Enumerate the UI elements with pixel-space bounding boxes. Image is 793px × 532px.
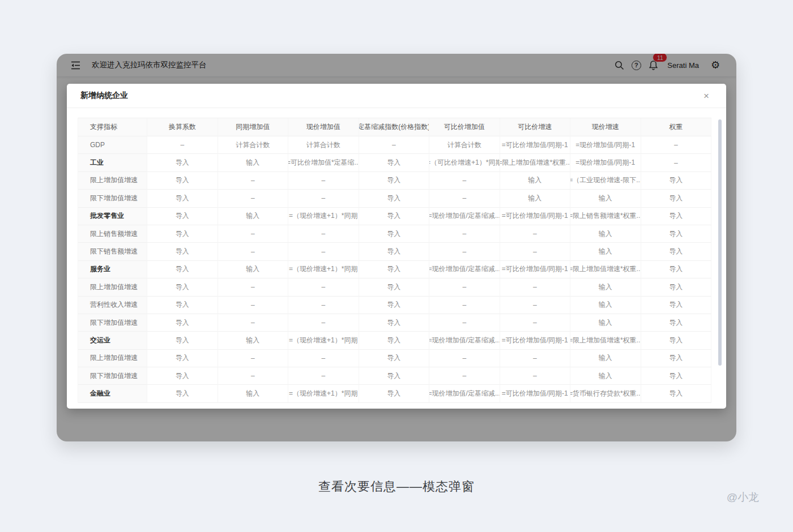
value-cell: – <box>218 172 289 190</box>
table-row: 限下增加值增速导入––导入––输入导入 <box>78 314 711 332</box>
value-cell: 导入 <box>147 314 218 332</box>
modal-header: 新增纳统企业 × <box>67 84 726 108</box>
value-cell: 导入 <box>641 208 712 225</box>
value-cell: =（工业现价增速-限下... <box>570 172 641 190</box>
column-header: 可比价增速 <box>500 118 571 136</box>
table-row: 限上增加值增速导入––导入––输入导入 <box>78 278 711 296</box>
value-cell: =可比价增加值/同期-1 <box>500 208 571 225</box>
indicator-cell: 工业 <box>78 154 147 171</box>
value-cell: 导入 <box>359 208 430 225</box>
column-header: 可比价增加值 <box>429 118 500 136</box>
indicator-cell: 交运业 <box>78 332 147 349</box>
value-cell: 计算合计数 <box>218 136 289 154</box>
value-cell: 导入 <box>641 385 712 402</box>
column-header: 同期增加值 <box>218 118 289 136</box>
value-cell: =（现价增速+1）*同期 <box>288 208 359 225</box>
value-cell: 导入 <box>359 225 430 243</box>
table-row: 交运业导入输入=（现价增速+1）*同期导入=现价增加值/定基缩减...=可比价增… <box>78 332 711 349</box>
value-cell: =限上销售额增速*权重... <box>570 208 641 225</box>
value-cell: – <box>288 172 359 190</box>
value-cell: – <box>500 350 571 367</box>
value-cell: 导入 <box>147 261 218 278</box>
table-row: 限上增加值增速导入––导入–输入=（工业现价增速-限下...导入 <box>78 172 711 190</box>
value-cell: =可比价增加值/同期-1 <box>500 385 571 402</box>
value-cell: – <box>218 225 289 243</box>
value-cell: 导入 <box>359 154 430 171</box>
indicator-cell: 限上增加值增速 <box>78 278 147 296</box>
value-cell: 导入 <box>147 154 218 171</box>
table-row: 限上销售额增速导入––导入––输入导入 <box>78 225 711 243</box>
value-cell: 导入 <box>147 385 218 402</box>
value-cell: – <box>288 243 359 260</box>
table-row: 限下增加值增速导入––导入––输入导入 <box>78 367 711 385</box>
value-cell: – <box>288 367 359 385</box>
column-header: 现价增速 <box>570 118 641 136</box>
value-cell: 输入 <box>218 154 289 171</box>
value-cell: 输入 <box>570 314 641 332</box>
value-cell: 导入 <box>147 243 218 260</box>
value-cell: 导入 <box>641 297 712 314</box>
author-watermark: @小龙 <box>727 490 759 505</box>
value-cell: – <box>218 367 289 385</box>
modal-title: 新增纳统企业 <box>80 91 128 101</box>
value-cell: – <box>218 350 289 367</box>
value-cell: =现价增加值/定基缩减... <box>429 385 500 402</box>
value-cell: 输入 <box>500 172 571 190</box>
value-cell: – <box>288 278 359 296</box>
value-cell: 输入 <box>570 367 641 385</box>
table-row: 服务业导入输入=（现价增速+1）*同期导入=现价增加值/定基缩减...=可比价增… <box>78 261 711 278</box>
value-cell: – <box>288 225 359 243</box>
value-cell: 导入 <box>641 225 712 243</box>
value-cell: 导入 <box>147 190 218 207</box>
vertical-scrollbar-thumb[interactable] <box>718 119 722 366</box>
value-cell: – <box>218 278 289 296</box>
value-cell: 输入 <box>570 350 641 367</box>
column-header: 支撑指标 <box>78 118 147 136</box>
modal-body: 支撑指标换算系数同期增加值现价增加值定基缩减指数(价格指数)可比价增加值可比价增… <box>67 108 726 410</box>
value-cell: 导入 <box>147 367 218 385</box>
value-cell: 导入 <box>641 190 712 207</box>
indicator-cell: 限下增加值增速 <box>78 367 147 385</box>
value-cell: 导入 <box>641 278 712 296</box>
value-cell: – <box>359 136 430 154</box>
value-cell: 导入 <box>147 278 218 296</box>
value-cell: 导入 <box>359 190 430 207</box>
column-header: 权重 <box>641 118 712 136</box>
table-row: 工业导入输入=可比价增加值*定基缩...导入=（可比价增速+1）*同期=限上增加… <box>78 154 711 171</box>
table-row: 营利性收入增速导入––导入––输入导入 <box>78 297 711 314</box>
value-cell: 导入 <box>641 350 712 367</box>
value-cell: =限上增加值增速*权重... <box>570 332 641 349</box>
value-cell: =现价增加值/同期-1 <box>570 154 641 171</box>
value-cell: 输入 <box>570 243 641 260</box>
value-cell: =（可比价增速+1）*同期 <box>429 154 500 171</box>
table-row: 限下销售额增速导入––导入––输入导入 <box>78 243 711 260</box>
value-cell: =现价增加值/定基缩减... <box>429 261 500 278</box>
value-cell: 导入 <box>147 332 218 349</box>
value-cell: – <box>500 314 571 332</box>
value-cell: 输入 <box>218 208 289 225</box>
value-cell: – <box>500 243 571 260</box>
value-cell: 输入 <box>570 278 641 296</box>
column-header: 现价增加值 <box>288 118 359 136</box>
indicator-cell: 服务业 <box>78 261 147 278</box>
value-cell: 导入 <box>359 243 430 260</box>
value-cell: 导入 <box>359 367 430 385</box>
close-icon[interactable]: × <box>700 89 713 102</box>
table-row: GDP–计算合计数计算合计数–计算合计数=可比价增加值/同期-1=现价增加值/同… <box>78 136 711 154</box>
value-cell: 计算合计数 <box>288 136 359 154</box>
value-cell: 输入 <box>500 190 571 207</box>
value-cell: – <box>218 314 289 332</box>
value-cell: =货币银行存贷款*权重... <box>570 385 641 402</box>
value-cell: – <box>641 136 712 154</box>
value-cell: =可比价增加值/同期-1 <box>500 261 571 278</box>
value-cell: 导入 <box>641 314 712 332</box>
value-cell: – <box>147 136 218 154</box>
value-cell: 输入 <box>218 261 289 278</box>
value-cell: 导入 <box>147 225 218 243</box>
value-cell: 导入 <box>641 243 712 260</box>
indicator-cell: 限下增加值增速 <box>78 314 147 332</box>
value-cell: – <box>218 190 289 207</box>
value-cell: – <box>429 243 500 260</box>
value-cell: 计算合计数 <box>429 136 500 154</box>
page-caption: 查看次要信息——模态弹窗 <box>0 478 793 495</box>
